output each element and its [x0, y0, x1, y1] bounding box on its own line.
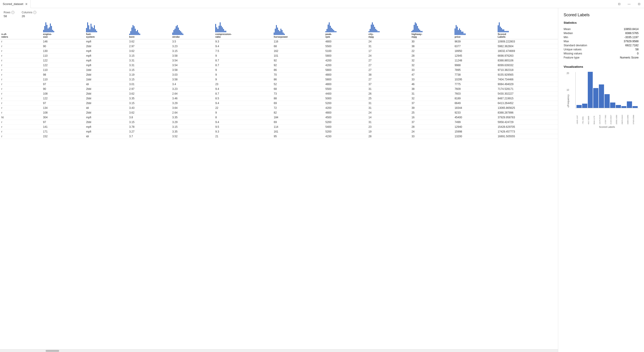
cols-info-icon[interactable]: ?: [33, 11, 36, 14]
table-row[interactable]: r122mpfi3.313.548.7924200273299888099.63…: [0, 63, 558, 68]
table-cell: 8189: [453, 96, 496, 101]
dataset-tab[interactable]: Scored_dataset ✕: [0, 0, 31, 8]
table-cell: 12940: [453, 125, 496, 130]
table-cell: 32: [410, 96, 453, 101]
table-cell: 24: [410, 130, 453, 134]
x-axis-label: Scored Labels: [599, 126, 615, 128]
table-cell: 4200: [324, 58, 367, 63]
minimize-button[interactable]: —: [624, 0, 634, 8]
stat-value: 0: [605, 52, 638, 56]
sparkline-bore: [129, 23, 170, 35]
col-header-stroke[interactable]: stroke: [171, 20, 214, 39]
table-cell: 25: [367, 96, 410, 101]
col-header-horsepower[interactable]: horsepower: [272, 20, 324, 39]
table-cell: 5500: [324, 44, 367, 49]
table-cell: mpfi: [85, 58, 128, 63]
sparkline-compression-ratio: [215, 20, 271, 32]
table-cell: 2bbl: [85, 120, 128, 125]
col-header-fuel-system[interactable]: fuel- system: [85, 20, 128, 39]
restore-button[interactable]: ⊡: [614, 0, 624, 8]
table-row[interactable]: r97idi3.013.423524800374677759084.494029: [0, 82, 558, 87]
tab-close-icon[interactable]: ✕: [25, 2, 28, 6]
col-header-peak-rpm[interactable]: peak- rpm: [324, 20, 367, 39]
table-row[interactable]: r130mpfi3.623.157.5162510017221895018032…: [0, 49, 558, 54]
table-cell: 3.5: [171, 39, 214, 44]
cols-meta: Columns ? 26: [22, 11, 36, 18]
col-header-scored-labels[interactable]: Scored Labels: [496, 20, 558, 39]
table-row[interactable]: r146mpfi3.623.59.311648002430963910909.2…: [0, 39, 558, 44]
statistics-section-title: Statistics: [564, 21, 638, 24]
col-header-highway-mpg[interactable]: highway- mpg: [410, 20, 453, 39]
table-cell: 18950: [453, 49, 496, 54]
left-panel: Rows ? 58 Columns ? 26 n-of- ndersengine…: [0, 8, 558, 352]
table-cell: 9639: [453, 39, 496, 44]
table-cell: 3.15: [128, 68, 171, 72]
table-cell: r: [0, 44, 42, 49]
table-row[interactable]: r982bbl3.193.039704800384777389155.92956…: [0, 72, 558, 77]
table-cell: 12945: [453, 54, 496, 58]
table-cell: 122: [42, 63, 85, 68]
table-cell: 122: [42, 58, 85, 63]
table-cell: 2bbl: [85, 44, 128, 49]
col-header-price[interactable]: price: [453, 20, 496, 39]
col-header-text-scored-labels: Scored Labels: [498, 33, 556, 38]
table-cell: 6377: [453, 44, 496, 49]
table-row[interactable]: r1082bbl3.622.648.7734400263176035430.30…: [0, 92, 558, 96]
table-cell: 2.97: [128, 87, 171, 92]
table-cell: 2bbl: [85, 87, 128, 92]
table-cell: 9233: [453, 110, 496, 115]
table-cell: r: [0, 106, 42, 110]
table-row[interactable]: r972bbl3.153.299.4695200313766496413.264…: [0, 101, 558, 106]
table-row[interactable]: r1101bbl3.153.589865800273378959710.3823…: [0, 68, 558, 72]
rows-info-icon[interactable]: ?: [11, 11, 14, 14]
table-row[interactable]: r902bbl2.973.239.4685500313876097174.528…: [0, 87, 558, 92]
table-row[interactable]: r171mpfi3.273.359.3161520019241599817429…: [0, 130, 558, 134]
main-container: Rows ? 58 Columns ? 26 n-of- ndersengine…: [0, 8, 644, 352]
table-cell: 3.35: [171, 115, 214, 120]
horizontal-scrollbar[interactable]: [0, 349, 558, 352]
table-cell: 171: [42, 130, 85, 134]
table-row[interactable]: r1222bbl3.353.468.5885000253281898487.21…: [0, 96, 558, 101]
table-cell: 18344: [453, 106, 496, 110]
col-header-compression-ratio[interactable]: compression- ratio: [214, 20, 272, 39]
table-cell: 8.7: [214, 63, 272, 68]
col-header-engine-size[interactable]: engine- size: [42, 20, 85, 39]
rows-value: 58: [4, 14, 14, 18]
table-row[interactable]: ht304mpfi3.83.358184450014164540037929.9…: [0, 115, 558, 120]
hist-x-label-6: 21423.9027: [610, 108, 615, 124]
hist-bar-3: [593, 88, 598, 108]
table-cell: 24: [367, 110, 410, 115]
table-row[interactable]: r110mpfi3.153.58910158002428129456698.97…: [0, 54, 558, 58]
col-header-text-city-mpg: city- mpg: [368, 33, 409, 38]
hist-x-label-5: 17297.7062: [604, 108, 610, 124]
col-header-bore[interactable]: bore: [128, 20, 171, 39]
table-cell: 90: [42, 87, 85, 92]
table-cell: 24: [367, 39, 410, 44]
table-cell: 23: [214, 82, 272, 87]
scrollbar-thumb[interactable]: [46, 350, 59, 352]
table-cell: 2bbl: [85, 92, 128, 96]
table-cell: 38: [410, 87, 453, 92]
table-row[interactable]: r972bbl3.153.299.4695200313774995958.424…: [0, 120, 558, 125]
table-cell: 21: [214, 134, 272, 139]
table-row[interactable]: r1082bbl3.622.649824800242592338388.2878…: [0, 110, 558, 115]
table-row[interactable]: r902bbl2.973.239.4685500313863775982.362…: [0, 44, 558, 49]
table-cell: 72: [272, 106, 324, 110]
hist-x-label-0: -3335.1197: [576, 108, 582, 124]
table-cell: 8.7: [214, 92, 272, 96]
col-header-num-of-cylinders[interactable]: n-of- nders: [0, 20, 42, 39]
maximize-button[interactable]: ⊡: [634, 0, 644, 8]
hist-x-label-9: 33803.4050: [627, 108, 632, 124]
table-row[interactable]: r134idi3.433.642272420031391834413065.86…: [0, 106, 558, 110]
table-row[interactable]: r1101bbl3.153.5898658002733102957404.734…: [0, 77, 558, 82]
table-row[interactable]: r122mpfi3.313.548.79242002732112488388.8…: [0, 58, 558, 63]
stat-value: 10850.8414: [605, 27, 638, 31]
table-cell: 5982.362604: [496, 44, 558, 49]
table-cell: 3.19: [128, 72, 171, 77]
table-wrapper[interactable]: n-of- ndersengine- sizefuel- systembores…: [0, 20, 558, 349]
table-row[interactable]: r152idi3.73.522195415028331320016891.505…: [0, 134, 558, 139]
table-cell: ht: [0, 115, 42, 120]
table-row[interactable]: r141mpfi3.783.159.5114540023281294015428…: [0, 125, 558, 130]
col-header-city-mpg[interactable]: city- mpg: [367, 20, 410, 39]
table-cell: 9988: [453, 63, 496, 68]
